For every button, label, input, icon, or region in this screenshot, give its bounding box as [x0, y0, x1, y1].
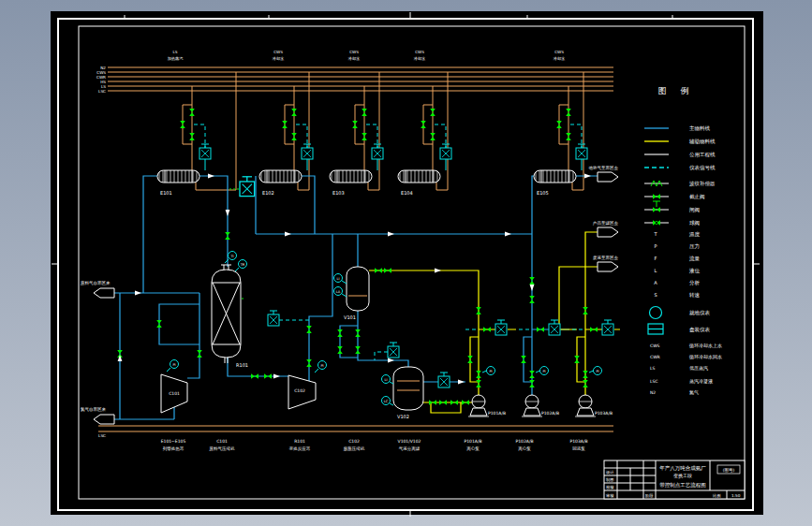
- tag-r101: R101: [236, 362, 248, 368]
- svg-text:LSC: LSC: [650, 379, 658, 384]
- svg-text:原料气压缩机: 原料气压缩机: [210, 446, 236, 451]
- bottom-code: LSC: [98, 433, 106, 438]
- svg-text:CWR: CWR: [650, 355, 660, 359]
- svg-text:分析: 分析: [689, 280, 701, 285]
- svg-text:TR: TR: [240, 263, 245, 267]
- heat-exchanger-e105: [534, 170, 576, 183]
- svg-text:冷却水: 冷却水: [414, 56, 426, 61]
- svg-text:辅助物料线: 辅助物料线: [689, 139, 716, 145]
- svg-text:C101: C101: [216, 439, 228, 444]
- svg-text:PI: PI: [596, 370, 598, 373]
- svg-text:设计: 设计: [606, 470, 614, 475]
- cad-viewer-window: N2 CWS CWR HS LS LSC LS LSC: [0, 0, 812, 526]
- tag-c101: C101: [169, 391, 180, 396]
- svg-text:A: A: [654, 280, 657, 285]
- rack-code: LSC: [98, 89, 106, 94]
- svg-text:LA: LA: [336, 290, 341, 294]
- svg-text:回流泵: 回流泵: [572, 446, 585, 451]
- svg-text:L: L: [655, 268, 657, 273]
- svg-text:TI: TI: [229, 255, 233, 258]
- svg-text:阶段: 阶段: [645, 493, 654, 498]
- heat-exchanger-e103: [330, 170, 372, 183]
- flag-label: 弛放气至界区去: [589, 165, 619, 170]
- svg-text:温度: 温度: [689, 231, 701, 238]
- heat-exchanger-e104: [398, 170, 440, 183]
- svg-text:F: F: [655, 256, 657, 261]
- svg-text:P103A/B: P103A/B: [570, 439, 588, 444]
- svg-text:CWS: CWS: [554, 50, 564, 54]
- svg-text:截止阀: 截止阀: [689, 194, 705, 200]
- svg-text:膨胀压缩机: 膨胀压缩机: [344, 446, 365, 452]
- svg-text:LI: LI: [384, 378, 387, 382]
- svg-text:冷却水: 冷却水: [273, 56, 285, 61]
- svg-text:盘装仪表: 盘装仪表: [689, 327, 711, 333]
- svg-text:离心泵: 离心泵: [466, 446, 480, 451]
- heat-exchanger-e102: [259, 170, 302, 183]
- svg-text:LC: LC: [384, 400, 389, 403]
- svg-text:P101A/B: P101A/B: [465, 439, 482, 444]
- svg-text:列管换热器: 列管换热器: [163, 446, 185, 451]
- svg-text:P: P: [654, 243, 657, 249]
- svg-text:气液分离罐: 气液分离罐: [398, 446, 421, 451]
- svg-text:CWS: CWS: [349, 50, 359, 54]
- drawing-title-line1: 年产八万吨合成氨厂: [659, 465, 706, 472]
- svg-text:PI: PI: [172, 363, 175, 367]
- svg-text:CWS: CWS: [273, 50, 283, 54]
- svg-text:液位: 液位: [689, 268, 701, 274]
- drawing-number: (图号): [723, 468, 735, 473]
- svg-text:转速: 转速: [689, 292, 701, 298]
- svg-text:仪表信号线: 仪表信号线: [689, 165, 716, 171]
- tag-e103: E103: [332, 190, 345, 196]
- svg-text:C102: C102: [348, 439, 360, 444]
- tag-p102: P102A/B: [541, 411, 559, 416]
- legend-title: 图 例: [658, 86, 695, 95]
- svg-text:CWS: CWS: [650, 343, 660, 348]
- tag-e104: E104: [401, 190, 413, 196]
- svg-text:氮气: 氮气: [689, 389, 699, 395]
- flag-label: 原料气自界区来: [81, 280, 111, 285]
- svg-text:闸阀: 闸阀: [689, 207, 700, 213]
- svg-text:低压蒸汽: 低压蒸汽: [689, 365, 708, 372]
- svg-text:R101: R101: [294, 439, 305, 444]
- svg-text:冷却水: 冷却水: [554, 56, 566, 61]
- drawing-title-line2: 变换工段: [673, 473, 692, 479]
- svg-text:就地仪表: 就地仪表: [689, 310, 711, 315]
- svg-text:E101~E105: E101~E105: [161, 439, 186, 444]
- title-block: 设计 制图 校核 审核 阶段 年产八万吨合成氨厂 变换工段 带控制点工艺流程图 …: [604, 460, 745, 499]
- svg-text:球阀: 球阀: [689, 220, 700, 226]
- svg-text:循环冷却水回水: 循环冷却水回水: [688, 354, 722, 360]
- svg-text:1:50: 1:50: [731, 493, 741, 498]
- svg-text:离心泵: 离心泵: [518, 446, 531, 451]
- svg-text:CWS: CWS: [415, 50, 424, 54]
- svg-text:加热蒸汽: 加热蒸汽: [168, 56, 185, 61]
- svg-text:校核: 校核: [606, 485, 614, 489]
- heat-exchanger-e101: [157, 170, 199, 183]
- svg-text:流量: 流量: [689, 256, 701, 262]
- svg-text:主物料线: 主物料线: [689, 125, 711, 132]
- flag-label: 产品至罐区去: [593, 220, 619, 226]
- svg-text:压力: 压力: [689, 243, 700, 249]
- svg-text:PI: PI: [489, 370, 492, 373]
- svg-text:公用工程线: 公用工程线: [689, 152, 716, 158]
- svg-text:PI: PI: [542, 370, 545, 373]
- tag-p103: P103A/B: [595, 411, 613, 416]
- tag-e105: E105: [537, 190, 549, 196]
- separator-v101: [347, 267, 369, 311]
- svg-text:V101/V102: V101/V102: [398, 439, 421, 444]
- svg-text:审核: 审核: [606, 493, 614, 498]
- tag-e102: E102: [262, 190, 274, 196]
- separator-v102: [393, 367, 423, 410]
- tag-p101: P101A/B: [488, 411, 506, 416]
- svg-text:LS: LS: [650, 366, 656, 371]
- svg-text:S: S: [654, 292, 657, 298]
- svg-text:LI: LI: [336, 277, 339, 281]
- svg-text:PI: PI: [320, 364, 323, 368]
- svg-text:LS: LS: [173, 50, 178, 54]
- flag-label: 氮气自界区来: [81, 406, 107, 412]
- tag-v102: V102: [397, 414, 409, 419]
- svg-text:冷却水: 冷却水: [348, 56, 361, 61]
- svg-text:变换反应器: 变换反应器: [289, 446, 311, 451]
- reactor-r101: [212, 265, 241, 363]
- pfd-drawing: N2 CWS CWR HS LS LSC LS LSC: [0, 0, 812, 526]
- svg-text:N2: N2: [650, 390, 656, 395]
